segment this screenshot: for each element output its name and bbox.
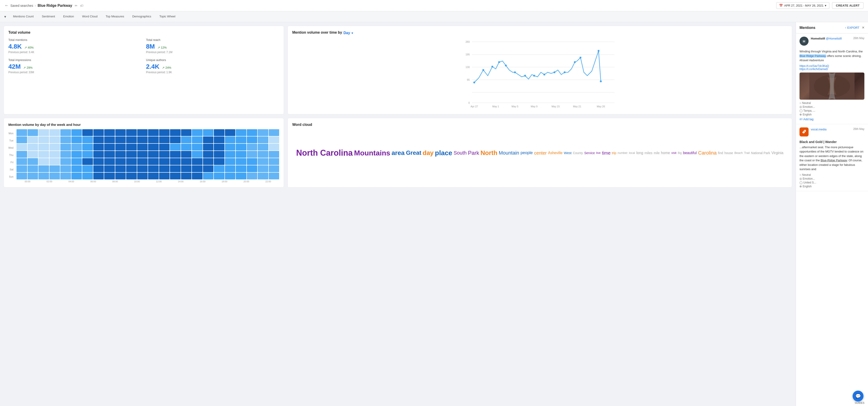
heatmap-cell — [137, 173, 148, 179]
heatmap-cell — [93, 136, 104, 143]
heatmap-cell — [181, 151, 191, 158]
word-cloud-word[interactable]: Great — [406, 149, 421, 156]
word-cloud-word[interactable]: people — [521, 151, 533, 155]
svg-point-20 — [491, 66, 493, 67]
mention-link-1[interactable]: https://t.co/SavTdc3KaQ — [800, 64, 864, 67]
word-cloud-word[interactable]: day — [423, 149, 434, 157]
word-cloud-word[interactable]: Trail — [744, 151, 750, 155]
heatmap-cell — [82, 158, 93, 165]
word-cloud-word[interactable]: County — [573, 151, 583, 155]
word-cloud-word[interactable]: local — [629, 151, 635, 155]
word-cloud-word[interactable]: Mountains — [354, 149, 390, 157]
mention-image — [800, 72, 864, 100]
word-cloud-word[interactable]: Service — [584, 151, 595, 155]
heatmap-cell — [126, 136, 136, 143]
heatmap-cell — [17, 158, 27, 165]
edit-icon[interactable]: ✏ — [75, 4, 78, 7]
heatmap-cell — [126, 129, 136, 136]
word-cloud-word[interactable]: house — [724, 151, 733, 155]
date-range-button[interactable]: 📅 APR 27, 2021 - MAY 26, 2021 ▾ — [776, 2, 829, 9]
tab-word-cloud[interactable]: Word Cloud — [79, 12, 101, 22]
word-cloud-word[interactable]: Carolina — [698, 150, 717, 156]
word-cloud-word[interactable]: miles — [645, 151, 652, 155]
word-cloud-word[interactable]: Park — [468, 150, 479, 156]
heatmap-title: Mention volume by day of the week and ho… — [8, 123, 279, 127]
stats-grid: Total mentions 4.8K ↗ 40% Previous perio… — [8, 38, 279, 74]
svg-point-22 — [505, 65, 507, 66]
heatmap-grid-wrap: 00:00 02:00 04:00 06:00 08:00 10:00 12:0… — [17, 129, 279, 183]
add-tag-button[interactable]: 🏷 Add tag — [800, 118, 813, 121]
word-cloud-word[interactable]: area — [392, 149, 405, 157]
language-label-2: English — [803, 185, 811, 188]
word-cloud-word[interactable]: South — [454, 150, 467, 156]
tab-sentiment[interactable]: Sentiment — [38, 12, 59, 22]
heatmap-cell — [50, 136, 60, 143]
heatmap-cell — [137, 129, 148, 136]
tab-mentions-count[interactable]: Mentions Count — [9, 12, 37, 22]
word-cloud-word[interactable]: North — [480, 149, 498, 157]
svg-text:May 15: May 15 — [552, 105, 560, 108]
word-cloud-word[interactable]: Asheville — [548, 151, 562, 155]
heatmap-cell — [225, 151, 235, 158]
word-cloud-word[interactable]: North Carolina — [296, 148, 352, 158]
word-cloud-word[interactable]: visit — [671, 151, 676, 155]
mention-handle-2[interactable]: vocal.media — [811, 128, 827, 131]
word-cloud-word[interactable]: Mountain — [499, 150, 519, 156]
chart-period[interactable]: Day — [343, 31, 350, 35]
word-cloud-word[interactable]: place — [435, 149, 452, 157]
word-cloud-word[interactable]: find — [718, 151, 723, 155]
emotion-icon-2: ◎ — [800, 177, 802, 180]
word-cloud-word[interactable]: live — [596, 151, 600, 155]
svg-text:65: 65 — [467, 79, 470, 81]
back-button[interactable]: ← — [4, 3, 8, 8]
word-cloud-word[interactable]: Virginia — [772, 151, 783, 155]
word-cloud-word[interactable]: National Park — [751, 151, 770, 155]
word-cloud-word[interactable]: mile — [654, 151, 659, 155]
heatmap-cell — [93, 151, 104, 158]
chat-bubble[interactable]: 💬 — [852, 391, 864, 402]
export-button[interactable]: ↑ EXPORT — [845, 26, 860, 29]
tab-emotion[interactable]: Emotion — [59, 12, 78, 22]
mention-link-2[interactable]: https://t.co/IkcfvDamwD — [800, 67, 864, 71]
sidebar-header: Mentions ↑ EXPORT × — [796, 22, 868, 33]
unique-authors-prev: Previous period: 1.9K — [146, 71, 279, 74]
word-cloud-word[interactable]: Big — [678, 151, 682, 155]
heatmap-cell — [258, 144, 268, 151]
mention-handle[interactable]: @Homelistfl — [826, 37, 842, 40]
mention-image-svg — [800, 72, 864, 100]
heatmap-cell — [258, 129, 268, 136]
header-left: ← Saved searches › Blue Ridge Parkway ✏ … — [4, 3, 84, 8]
language-label: English — [803, 113, 811, 116]
word-cloud-word[interactable]: center — [534, 150, 547, 156]
total-mentions-value: 4.8K — [8, 43, 22, 50]
heatmap-cell — [60, 165, 71, 172]
word-cloud-word[interactable]: trip — [612, 151, 616, 155]
sentiment-label-2: Neutral — [802, 173, 811, 177]
total-impressions-label: Total impressions — [8, 58, 142, 62]
heatmap-cell — [214, 165, 224, 172]
close-sidebar-button[interactable]: × — [862, 25, 864, 30]
heatmap-container: Mon Tue Wed Thu Fri Sat Sun 00:00 02:00 — [8, 129, 279, 183]
heatmap-cell — [247, 173, 257, 179]
word-cloud-word[interactable]: West — [564, 151, 572, 155]
heatmap-cell — [225, 165, 235, 172]
filter-icon[interactable]: ▼ — [4, 15, 7, 19]
heatmap-cell — [137, 136, 148, 143]
word-cloud-word[interactable]: time — [602, 150, 611, 156]
saved-searches-link[interactable]: Saved searches — [10, 4, 33, 7]
word-cloud-word[interactable]: number — [618, 151, 627, 155]
tag-icon[interactable]: 🏷 — [80, 4, 84, 7]
heatmap-label-sat: Sat — [8, 166, 15, 173]
tab-topic-wheel[interactable]: Topic Wheel — [156, 12, 179, 22]
word-cloud-word[interactable]: long — [636, 151, 643, 155]
tab-top-measures[interactable]: Top Measures — [102, 12, 128, 22]
word-cloud-word[interactable]: home — [661, 151, 670, 155]
tab-demographics[interactable]: Demographics — [129, 12, 155, 22]
export-label: EXPORT — [847, 26, 859, 29]
heatmap-cell — [115, 151, 126, 158]
word-cloud-word[interactable]: Beach — [735, 151, 743, 155]
word-cloud-word[interactable]: beautiful — [683, 151, 697, 155]
create-alert-button[interactable]: CREATE ALERT — [832, 2, 864, 9]
chart-chevron-icon[interactable]: ▾ — [351, 31, 353, 35]
top-grid: Total volume Total mentions 4.8K ↗ 40% P… — [4, 26, 792, 114]
